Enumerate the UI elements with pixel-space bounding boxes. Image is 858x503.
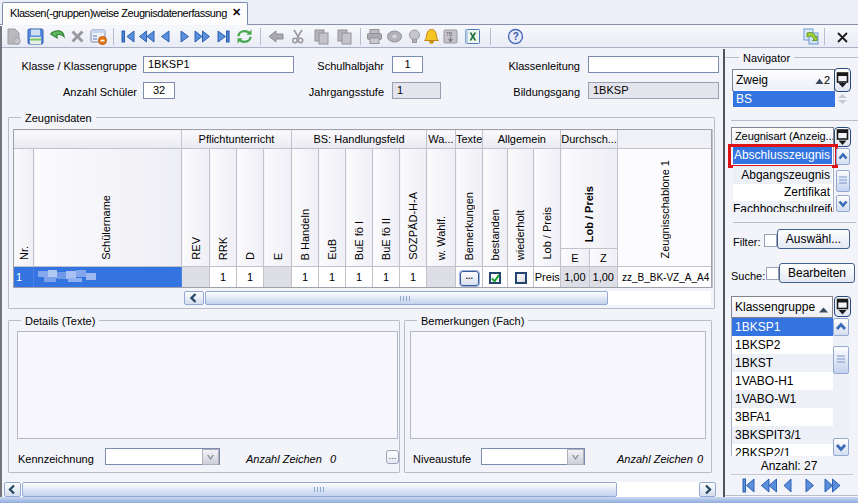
svg-text:?: ? xyxy=(513,31,519,42)
svg-text:TB: TB xyxy=(446,31,453,37)
